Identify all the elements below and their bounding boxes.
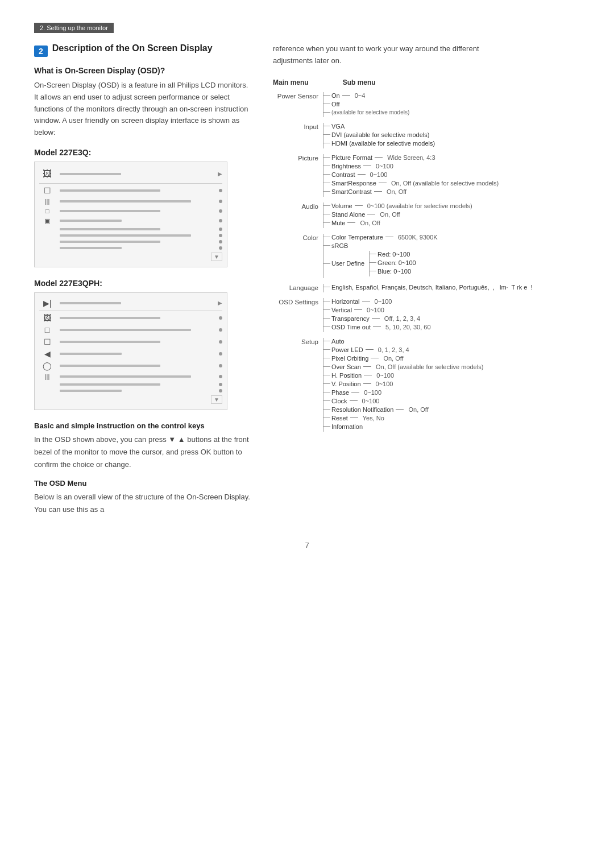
osd-menu-heading: The OSD Menu bbox=[34, 479, 250, 487]
sub-tree-audio: Volume 0~100 (available for selective mo… bbox=[323, 202, 580, 228]
menu-setup: Setup Auto Power LED 0, 1, 2, 3, 4 Pixel… bbox=[273, 338, 580, 432]
sub-row-contrast: Contrast 0~100 bbox=[323, 171, 580, 178]
sub-row-mute: Mute On, Off bbox=[323, 220, 580, 226]
sub-row-off: Off bbox=[323, 101, 580, 108]
menu-key-picture: Picture bbox=[273, 154, 323, 162]
menu-key-audio: Audio bbox=[273, 202, 323, 210]
bars-row-4 bbox=[60, 210, 214, 212]
nav-down-btn-1[interactable]: ▼ bbox=[211, 253, 222, 261]
sub-row-power-led: Power LED 0, 1, 2, 3, 4 bbox=[323, 346, 580, 353]
color-red: Red: 0~100 bbox=[370, 251, 416, 258]
osd-menu-tree: Main menu Sub menu Power Sensor On 0~4 O… bbox=[273, 78, 580, 432]
icon-row-3: ||| bbox=[39, 198, 55, 205]
sub-row-brightness: Brightness 0~100 bbox=[323, 163, 580, 170]
model2-diagram: ▶| ▶ 🖼 □ bbox=[34, 292, 227, 410]
sub-row-smartcontrast: SmartContrast On, Off bbox=[323, 188, 580, 195]
sub-row-clock: Clock 0~100 bbox=[323, 398, 580, 404]
sub-row-auto: Auto bbox=[323, 338, 580, 345]
menu-header-sub: Sub menu bbox=[343, 78, 376, 86]
icon-row-5: ▣ bbox=[39, 217, 55, 225]
bars-row-2 bbox=[60, 189, 214, 192]
model2-icon-5: ◀ bbox=[39, 349, 55, 358]
menu-key-power-sensor: Power Sensor bbox=[273, 92, 323, 100]
section-heading: Description of the On Screen Display bbox=[52, 43, 213, 53]
icon-row-2: ☐ bbox=[39, 186, 55, 195]
sub-row-standalone: Stand Alone On, Off bbox=[323, 211, 580, 218]
icon-row-4: □ bbox=[39, 208, 55, 214]
model1-label: Model 227E3Q: bbox=[34, 148, 250, 157]
menu-osd-settings: OSD Settings Horizontal 0~100 Vertical 0… bbox=[273, 298, 580, 332]
menu-key-setup: Setup bbox=[273, 338, 323, 345]
monitor-bars-1 bbox=[60, 173, 213, 175]
sub-row-smartresponse: SmartResponse On, Off (available for sel… bbox=[323, 180, 580, 187]
bars-row-5 bbox=[60, 220, 214, 222]
sub-row-over-scan: Over Scan On, Off (available for selecti… bbox=[323, 363, 580, 370]
menu-key-input: Input bbox=[273, 123, 323, 130]
sub-row-transparency: Transparency Off, 1, 2, 3, 4 bbox=[323, 315, 580, 322]
menu-language: Language English, Español, Français, Deu… bbox=[273, 284, 580, 292]
instruction-heading: Basic and simple instruction on the cont… bbox=[34, 421, 250, 430]
menu-key-color: Color bbox=[273, 234, 323, 241]
sub-row-on: On 0~4 bbox=[323, 92, 580, 99]
sub-tree-color: Color Temperature 6500K, 9300K sRGB User… bbox=[323, 234, 580, 278]
menu-input: Input VGA DVI (available for selective m… bbox=[273, 123, 580, 148]
sub-row-dvi: DVI (available for selective models) bbox=[323, 131, 580, 138]
sub-row-volume: Volume 0~100 (available for selective mo… bbox=[323, 202, 580, 209]
model2-icon-1: ▶| bbox=[39, 299, 55, 308]
sub-row-osd-timeout: OSD Time out 5, 10, 20, 30, 60 bbox=[323, 324, 580, 330]
menu-power-sensor: Power Sensor On 0~4 Off (available for s… bbox=[273, 92, 580, 117]
menu-key-language: Language bbox=[273, 284, 323, 291]
sub-row-resolution-notification: Resolution Notification On, Off bbox=[323, 406, 580, 413]
sub-row-h-position: H. Position 0~100 bbox=[323, 372, 580, 379]
sub-tree-input: VGA DVI (available for selective models)… bbox=[323, 123, 580, 148]
osd-description: On-Screen Display (OSD) is a feature in … bbox=[34, 80, 250, 139]
menu-key-osd-settings: OSD Settings bbox=[273, 298, 323, 305]
sub-row-hdmi: HDMI (available for selective models) bbox=[323, 140, 580, 147]
monitor-icon-1: 🖼 bbox=[39, 168, 55, 180]
sub-row-vertical: Vertical 0~100 bbox=[323, 307, 580, 313]
sub-row-srgb: sRGB bbox=[323, 242, 580, 249]
instruction-text: In the OSD shown above, you can press ▼ … bbox=[34, 433, 250, 471]
nav-down-btn-2[interactable]: ▼ bbox=[211, 395, 222, 404]
sub-row-language-list: English, Español, Français, Deutsch, Ita… bbox=[323, 284, 580, 291]
model2-icon-6: ◯ bbox=[39, 361, 55, 370]
sub-row-selective-power: (available for selective models) bbox=[323, 109, 580, 115]
model2-icon-7: ||| bbox=[39, 373, 55, 380]
osd-subheading: What is On-Screen Display (OSD)? bbox=[34, 66, 250, 75]
color-green: Green: 0~100 bbox=[370, 259, 416, 266]
model2-icon-4: ☐ bbox=[39, 337, 55, 346]
sub-row-v-position: V. Position 0~100 bbox=[323, 381, 580, 387]
page-number: 7 bbox=[34, 541, 580, 549]
sub-row-horizontal: Horizontal 0~100 bbox=[323, 298, 580, 305]
section-tab: 2. Setting up the monitor bbox=[34, 23, 114, 33]
section-number: 2 bbox=[34, 46, 48, 57]
sub-row-picture-format: Picture Format Wide Screen, 4:3 bbox=[323, 154, 580, 161]
menu-color: Color Color Temperature 6500K, 9300K sRG… bbox=[273, 234, 580, 278]
sub-row-reset: Reset Yes, No bbox=[323, 415, 580, 421]
model1-diagram: 🖼 ▶ ☐ ||| bbox=[34, 162, 227, 267]
menu-audio: Audio Volume 0~100 (available for select… bbox=[273, 202, 580, 228]
model2-icon-2: 🖼 bbox=[39, 313, 55, 323]
sub-row-vga: VGA bbox=[323, 123, 580, 130]
menu-header-main: Main menu bbox=[273, 78, 309, 86]
sub-row-color-temp: Color Temperature 6500K, 9300K bbox=[323, 234, 580, 241]
sub-row-userdefine: User Define Red: 0~100 Green: 0~100 Blue… bbox=[323, 251, 580, 276]
osd-menu-text: Below is an overall view of the structur… bbox=[34, 491, 250, 516]
sub-tree-picture: Picture Format Wide Screen, 4:3 Brightne… bbox=[323, 154, 580, 197]
color-blue: Blue: 0~100 bbox=[370, 268, 416, 275]
sub-row-pixel-orbiting: Pixel Orbiting On, Off bbox=[323, 355, 580, 362]
sub-row-information: Information bbox=[323, 423, 580, 430]
sub-tree-setup: Auto Power LED 0, 1, 2, 3, 4 Pixel Orbit… bbox=[323, 338, 580, 432]
model2-label: Model 227E3QPH: bbox=[34, 279, 250, 288]
model2-icon-3: □ bbox=[39, 325, 55, 334]
sub-tree-power-sensor: On 0~4 Off (available for selective mode… bbox=[323, 92, 580, 117]
right-intro: reference when you want to work your way… bbox=[273, 43, 512, 67]
sub-row-phase: Phase 0~100 bbox=[323, 389, 580, 396]
menu-picture: Picture Picture Format Wide Screen, 4:3 … bbox=[273, 154, 580, 197]
sub-tree-language: English, Español, Français, Deutsch, Ita… bbox=[323, 284, 580, 292]
sub-tree-osd-settings: Horizontal 0~100 Vertical 0~100 Transpar… bbox=[323, 298, 580, 332]
bars-row-3 bbox=[60, 200, 214, 202]
